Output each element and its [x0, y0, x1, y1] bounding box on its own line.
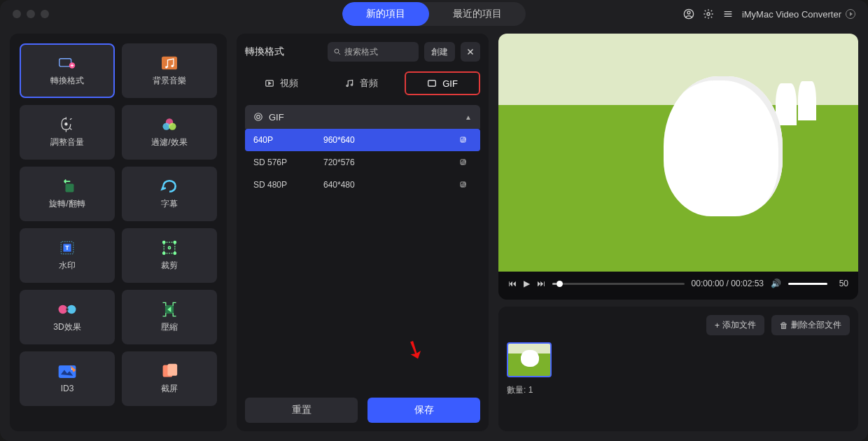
format-group-name: GIF — [269, 112, 284, 122]
format-resolution: 640*480 — [323, 180, 459, 190]
trash-icon: 🗑 — [780, 321, 788, 330]
zoom-window[interactable] — [41, 10, 49, 18]
format-panel: 轉換格式 搜索格式 創建 視頻 音頻 — [237, 34, 489, 431]
svg-rect-24 — [66, 308, 68, 310]
window-controls — [13, 10, 49, 18]
tool-filter[interactable]: 過濾/效果 — [122, 105, 217, 160]
format-group-header[interactable]: GIF ▲ — [245, 105, 480, 129]
tool-crop[interactable]: 裁剪 — [122, 228, 217, 283]
tool-watermark[interactable]: T水印 — [20, 228, 115, 283]
video-icon — [265, 78, 274, 88]
tab-new-project[interactable]: 新的項目 — [342, 2, 429, 26]
svg-point-33 — [351, 84, 352, 85]
add-file-label: 添加文件 — [722, 319, 756, 331]
tool-label: 壓縮 — [161, 321, 178, 333]
project-tabs: 新的項目 最近的項目 — [342, 2, 526, 26]
tool-subtitle[interactable]: 字幕 — [122, 167, 217, 221]
tool-rotate[interactable]: 旋轉/翻轉 — [20, 167, 115, 221]
file-thumbnails — [507, 342, 850, 377]
close-window[interactable] — [13, 10, 21, 18]
svg-point-19 — [162, 252, 164, 254]
format-resolution: 720*576 — [323, 158, 459, 167]
file-thumbnail[interactable] — [507, 342, 552, 377]
minimize-window[interactable] — [27, 10, 35, 18]
svg-point-11 — [169, 122, 176, 130]
app-window: 新的項目 最近的項目 iMyMac Video Converter 轉換格式背景… — [0, 0, 868, 441]
preview-frame[interactable] — [498, 34, 858, 272]
volume-value: 50 — [834, 279, 848, 288]
format-search[interactable]: 搜索格式 — [328, 42, 419, 62]
svg-point-17 — [162, 241, 164, 243]
edit-format-button[interactable] — [459, 181, 472, 189]
svg-point-36 — [257, 115, 260, 119]
tool-label: 過濾/效果 — [151, 136, 187, 148]
tool-screenshot[interactable]: 截屏 — [122, 351, 217, 406]
subtitle-icon — [160, 178, 179, 194]
tool-bgm[interactable]: 背景音樂 — [122, 43, 217, 98]
svg-point-23 — [67, 304, 76, 313]
create-format-button[interactable]: 創建 — [424, 42, 455, 62]
svg-point-8 — [65, 122, 67, 125]
tool-label: 旋轉/翻轉 — [49, 198, 85, 210]
search-placeholder: 搜索格式 — [344, 46, 378, 58]
add-file-button[interactable]: +添加文件 — [706, 315, 764, 335]
tool-volume[interactable]: 調整音量 — [20, 105, 115, 160]
gif-group-icon — [253, 112, 263, 122]
tab-video[interactable]: 視頻 — [245, 71, 318, 95]
tools-panel: 轉換格式背景音樂調整音量過濾/效果旋轉/翻轉字幕T水印裁剪3D效果壓縮ID3截屏 — [10, 34, 227, 431]
time-display: 00:00:00 / 00:02:53 — [692, 279, 764, 288]
edit-format-button[interactable] — [459, 158, 472, 167]
reset-button[interactable]: 重置 — [245, 398, 358, 423]
next-button[interactable]: ⏭ — [537, 279, 545, 288]
format-row[interactable]: 640P960*640 — [245, 129, 480, 151]
gif-icon — [427, 78, 437, 88]
prev-button[interactable]: ⏮ — [508, 279, 517, 288]
tool-compress[interactable]: 壓縮 — [122, 290, 217, 344]
tool-convert[interactable]: 轉換格式 — [20, 43, 115, 98]
volume-slider[interactable] — [788, 283, 827, 285]
crop-icon — [160, 240, 179, 255]
tab-gif[interactable]: GIF — [405, 71, 480, 95]
clear-files-button[interactable]: 🗑删除全部文件 — [771, 315, 850, 335]
search-icon — [333, 48, 342, 56]
chevron-up-icon: ▲ — [465, 113, 472, 121]
plus-icon: + — [715, 321, 720, 330]
tab-video-label: 視頻 — [280, 77, 298, 90]
menu-icon[interactable] — [722, 8, 734, 20]
volume-icon — [57, 117, 77, 132]
format-resolution: 960*640 — [323, 135, 459, 145]
filter-icon — [160, 117, 179, 132]
tab-audio[interactable]: 音頻 — [325, 71, 398, 95]
format-panel-title: 轉換格式 — [245, 46, 284, 58]
duration: 00:02:53 — [731, 279, 764, 288]
save-button[interactable]: 保存 — [368, 398, 480, 423]
svg-point-32 — [346, 85, 348, 86]
format-name: SD 576P — [253, 158, 323, 167]
clear-files-label: 删除全部文件 — [791, 319, 841, 331]
format-row[interactable]: SD 480P640*480 — [245, 174, 480, 196]
svg-point-1 — [687, 11, 690, 14]
file-queue: +添加文件 🗑删除全部文件 數量: 1 — [498, 307, 858, 431]
compress-icon — [160, 302, 179, 317]
tab-recent-project[interactable]: 最近的項目 — [429, 2, 526, 26]
audio-icon — [344, 78, 354, 88]
gear-icon[interactable] — [703, 8, 714, 20]
titlebar: 新的項目 最近的項目 iMyMac Video Converter — [0, 0, 868, 28]
svg-point-21 — [168, 246, 170, 248]
tool-label: 裁剪 — [161, 260, 178, 272]
volume-icon[interactable]: 🔊 — [771, 279, 781, 288]
account-icon[interactable] — [683, 8, 694, 20]
svg-point-22 — [59, 304, 67, 313]
format-row[interactable]: SD 576P720*576 — [245, 151, 480, 174]
tool-3d[interactable]: 3D效果 — [20, 290, 115, 344]
tool-label: 轉換格式 — [50, 75, 84, 87]
bgm-icon — [160, 55, 179, 71]
watermark-icon: T — [57, 240, 77, 255]
seek-bar[interactable] — [552, 283, 685, 285]
tool-id3[interactable]: ID3 — [20, 351, 115, 406]
3d-icon — [57, 302, 77, 317]
edit-format-button[interactable] — [459, 136, 472, 144]
play-button[interactable]: ▶ — [524, 279, 530, 288]
close-panel-button[interactable] — [461, 42, 480, 62]
format-name: 640P — [253, 135, 323, 145]
